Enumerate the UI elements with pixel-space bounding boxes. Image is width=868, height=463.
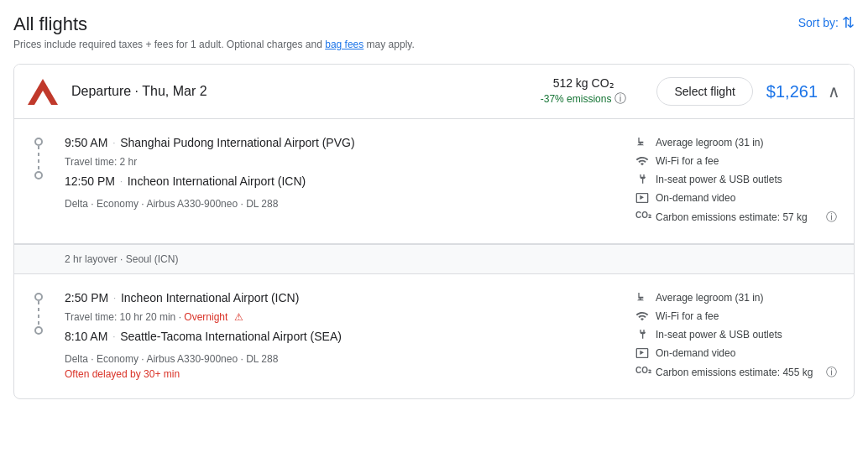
amenity-co2-1: CO₂ Carbon emissions estimate: 57 kg ⓘ xyxy=(635,210,837,225)
co2-info-icon-2[interactable]: ⓘ xyxy=(826,365,837,380)
delayed-label: Often delayed by 30+ min xyxy=(65,368,619,380)
amenity-legroom-1: Average legroom (31 in) xyxy=(635,136,837,149)
flight-info-2: Delta · Economy · Airbus A330-900neo · D… xyxy=(65,353,619,365)
overnight-label: Overnight xyxy=(184,311,227,323)
travel-time-1: Travel time: 2 hr xyxy=(65,156,619,168)
delta-triangle-icon xyxy=(28,79,58,105)
price-display: $1,261 xyxy=(766,82,818,101)
travel-time-2: Travel time: 10 hr 20 min · Overnight ⚠ xyxy=(65,311,619,323)
co2-icon-1: CO₂ xyxy=(635,211,649,224)
arrive-row-2: 8:10 AM · Seattle-Tacoma International A… xyxy=(65,330,619,343)
video-icon xyxy=(635,191,649,205)
amenity-power-1: In-seat power & USB outlets xyxy=(635,173,837,186)
amenity-wifi-text-1: Wi-Fi for a fee xyxy=(656,155,719,167)
timeline-2 xyxy=(34,293,43,335)
arrive-row-1: 12:50 PM · Incheon International Airport… xyxy=(65,174,619,188)
page-container: All flights Prices include required taxe… xyxy=(0,0,868,463)
depart-airport-1: Shanghai Pudong International Airport (P… xyxy=(120,136,354,149)
expand-collapse-icon[interactable]: ∧ xyxy=(828,81,840,101)
video-icon-2 xyxy=(635,346,649,360)
departure-text: Departure · Thu, Mar 2 xyxy=(71,84,524,99)
amenity-wifi-1: Wi-Fi for a fee xyxy=(635,154,837,168)
segment-2: 2:50 PM · Incheon International Airport … xyxy=(14,274,854,398)
depart-row-2: 2:50 PM · Incheon International Airport … xyxy=(65,291,619,304)
arrive-airport-1: Incheon International Airport (ICN) xyxy=(128,174,306,188)
arrive-airport-2: Seattle-Tacoma International Airport (SE… xyxy=(120,330,342,343)
depart-time-2: 2:50 PM xyxy=(65,291,108,304)
amenity-video-1: On-demand video xyxy=(635,191,837,205)
arrive-dot-1: · xyxy=(120,177,123,186)
amenity-wifi-2: Wi-Fi for a fee xyxy=(635,310,837,323)
amenity-co2-2: CO₂ Carbon emissions estimate: 455 kg ⓘ xyxy=(635,365,837,380)
flight-card: Departure · Thu, Mar 2 512 kg CO₂ -37% e… xyxy=(13,64,855,399)
sort-icon: ⇅ xyxy=(842,13,855,32)
segment-2-left: 2:50 PM · Incheon International Airport … xyxy=(65,291,619,385)
overnight-warning-icon: ⚠ xyxy=(234,311,243,323)
depart-dot-2: · xyxy=(113,294,116,303)
co2-icon-2: CO₂ xyxy=(635,366,649,379)
depart-time-1: 9:50 AM xyxy=(65,136,107,149)
amenity-video-2: On-demand video xyxy=(635,346,837,360)
arrive-time-1: 12:50 PM xyxy=(65,174,115,188)
emissions-info-icon[interactable]: ⓘ xyxy=(614,91,626,107)
timeline-dot-bottom-2 xyxy=(34,326,43,335)
legroom-icon xyxy=(635,136,649,149)
timeline-dot-top xyxy=(34,138,43,146)
segment-1: 9:50 AM · Shanghai Pudong International … xyxy=(14,119,854,244)
co2-info-icon-1[interactable]: ⓘ xyxy=(826,210,837,225)
flight-info-1: Delta · Economy · Airbus A330-900neo · D… xyxy=(65,198,619,210)
flight-card-header: Departure · Thu, Mar 2 512 kg CO₂ -37% e… xyxy=(14,65,854,119)
amenity-power-2: In-seat power & USB outlets xyxy=(635,328,837,341)
wifi-icon-2 xyxy=(635,310,649,323)
segment-2-amenities: Average legroom (31 in) Wi-Fi for a fee xyxy=(619,291,837,385)
amenity-co2-text-1: Carbon emissions estimate: 57 kg xyxy=(656,211,808,223)
legroom-icon-2 xyxy=(635,291,649,304)
bag-fees-link[interactable]: bag fees xyxy=(325,39,363,50)
amenity-video-text-2: On-demand video xyxy=(656,347,735,359)
select-flight-button[interactable]: Select flight xyxy=(656,77,752,106)
amenity-power-text-1: In-seat power & USB outlets xyxy=(656,174,782,185)
amenity-wifi-text-2: Wi-Fi for a fee xyxy=(656,310,719,322)
timeline-1 xyxy=(34,138,43,179)
header-left: All flights Prices include required taxe… xyxy=(13,13,415,50)
emissions-label: -37% emissions xyxy=(541,93,612,105)
depart-dot-1: · xyxy=(112,138,115,148)
timeline-line-2 xyxy=(38,301,39,326)
sort-by-label: Sort by: xyxy=(798,16,839,29)
arrive-time-2: 8:10 AM xyxy=(65,330,107,343)
emissions-info: 512 kg CO₂ -37% emissions ⓘ xyxy=(541,76,627,107)
amenity-co2-text-2: Carbon emissions estimate: 455 kg xyxy=(656,367,813,378)
wifi-icon xyxy=(635,154,649,168)
co2-value: 512 kg CO₂ xyxy=(553,76,614,90)
power-icon-2 xyxy=(635,328,649,341)
amenity-legroom-2: Average legroom (31 in) xyxy=(635,291,837,304)
segment-1-left: 9:50 AM · Shanghai Pudong International … xyxy=(65,136,619,230)
timeline-dot-bottom xyxy=(34,171,43,179)
arrive-dot-2: · xyxy=(112,332,115,341)
segment-1-content: 9:50 AM · Shanghai Pudong International … xyxy=(65,136,837,230)
emissions-badge: -37% emissions ⓘ xyxy=(541,91,627,107)
amenity-legroom-text-1: Average legroom (31 in) xyxy=(656,137,764,148)
segment-2-content: 2:50 PM · Incheon International Airport … xyxy=(65,291,837,385)
amenity-legroom-text-2: Average legroom (31 in) xyxy=(656,292,764,304)
airline-logo xyxy=(28,76,58,107)
flight-segments: 9:50 AM · Shanghai Pudong International … xyxy=(14,119,854,398)
amenity-video-text-1: On-demand video xyxy=(656,192,735,204)
page-subtitle: Prices include required taxes + fees for… xyxy=(13,39,415,50)
amenity-power-text-2: In-seat power & USB outlets xyxy=(656,329,782,341)
page-title: All flights xyxy=(13,13,415,35)
timeline-line xyxy=(38,146,39,171)
segment-1-amenities: Average legroom (31 in) Wi-Fi for a fee xyxy=(619,136,837,230)
departure-info: Departure · Thu, Mar 2 xyxy=(71,84,524,99)
sort-by-control[interactable]: Sort by: ⇅ xyxy=(798,13,855,32)
power-icon xyxy=(635,173,649,186)
layover-text: 2 hr layover · Seoul (ICN) xyxy=(65,253,178,265)
depart-airport-2: Incheon International Airport (ICN) xyxy=(121,291,299,304)
depart-row-1: 9:50 AM · Shanghai Pudong International … xyxy=(65,136,619,149)
layover-row: 2 hr layover · Seoul (ICN) xyxy=(14,244,854,274)
timeline-dot-top-2 xyxy=(34,293,43,301)
page-header: All flights Prices include required taxe… xyxy=(0,13,868,57)
